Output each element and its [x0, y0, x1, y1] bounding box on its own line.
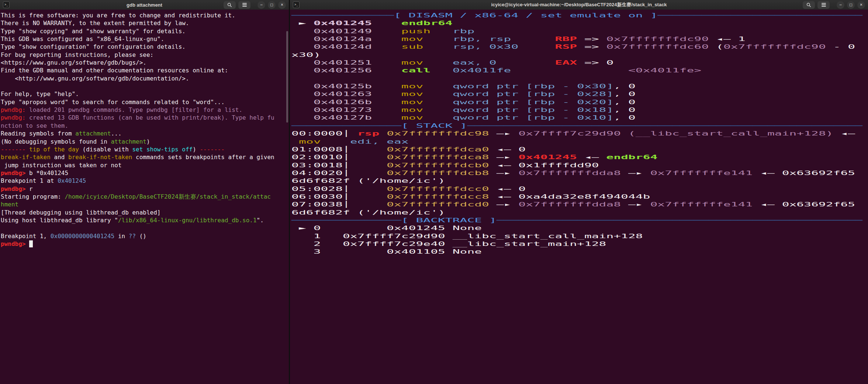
gdb-terminal[interactable]: This is free software: you are free to c… — [0, 10, 289, 384]
text-segment: 03:0018 — [291, 162, 343, 169]
text-segment: ◂— — [833, 130, 855, 137]
text-segment: 1 — [291, 233, 343, 240]
terminal-line: pwndbg> b *0x401245 — [1, 169, 289, 177]
minimize-button[interactable]: − — [837, 1, 844, 9]
minimize-button[interactable]: − — [257, 1, 265, 9]
text-segment: <0x4011fe> — [628, 67, 701, 74]
text-segment: │ — [343, 154, 387, 161]
terminal-line: 04:0020│ 0x7fffffffdcb8 —▸ 0x7fffffffdda… — [291, 169, 868, 177]
text-segment: ( — [709, 43, 723, 50]
text-segment: —▸ — [621, 201, 650, 208]
search-button[interactable] — [224, 1, 236, 9]
terminal-line: 0x401256 call 0x4011fe <0x4011fe> — [291, 67, 868, 75]
text-segment: 0x401245 — [387, 224, 445, 232]
text-segment: mov — [401, 35, 423, 42]
text-segment: Starting program: — [1, 193, 65, 200]
text-segment: mov — [401, 90, 423, 97]
text-segment — [372, 99, 401, 106]
text-segment: [Thread debugging using libthread_db ena… — [1, 209, 160, 216]
text-segment: call — [401, 67, 430, 74]
terminal-line: ───────────────[ STACK ]────────────────… — [291, 122, 868, 130]
text-segment: pwndbg: — [1, 114, 29, 121]
text-segment: │ — [343, 201, 387, 208]
text-segment: 0x7fffffffdca0 — [387, 146, 489, 153]
close-button[interactable]: × — [857, 1, 865, 9]
text-segment: eax, 0 — [453, 59, 497, 66]
text-segment: Type "show configuration" for configurat… — [1, 43, 186, 50]
text-segment: qword ptr [rbp - 0x20] — [453, 99, 614, 106]
search-button[interactable] — [803, 1, 815, 9]
menu-button[interactable] — [817, 1, 830, 9]
text-segment: mov — [401, 99, 423, 106]
terminal-line: 06:0030│ 0x7fffffffdcc8 ◂— 0xa4da32e8f49… — [291, 193, 868, 201]
text-segment: commands sets breakpoints after a given — [132, 154, 274, 161]
maximize-button[interactable]: □ — [847, 1, 855, 9]
terminal-line: jump instruction was taken or not — [1, 162, 289, 169]
terminal-line: 0x401251 mov eax, 0 EAX => 0 — [291, 59, 868, 67]
menu-button[interactable] — [238, 1, 250, 9]
terminal-line: mov edi, eax — [291, 138, 868, 146]
text-segment — [372, 59, 401, 66]
gdb-window: >_ gdb attachment − □ × This is free sof… — [0, 0, 289, 384]
terminal-line: For bug reporting instructions, please s… — [1, 51, 289, 59]
text-segment: mov — [401, 106, 423, 113]
text-segment: created 13 GDB functions (can be used wi… — [29, 114, 274, 121]
text-segment: —▸ — [621, 169, 650, 176]
terminal-app-icon-glyph: >_ — [4, 3, 8, 6]
text-segment: 0x7fffffffdcb8 — [387, 169, 489, 176]
gdb-titlebar[interactable]: >_ gdb attachment − □ × — [0, 0, 289, 10]
text-segment: ◂— 1 — [709, 35, 745, 42]
text-segment: ) — [146, 138, 150, 145]
maximize-button[interactable]: □ — [268, 1, 276, 9]
text-segment: 0x401263 — [314, 90, 372, 97]
text-segment: jump instruction was taken or not — [1, 162, 122, 169]
text-segment — [423, 59, 452, 66]
terminal-line: x30) — [291, 51, 868, 59]
text-segment: Using host libthread_db library " — [1, 217, 118, 224]
close-button[interactable]: × — [278, 1, 286, 9]
text-segment: 05:0028 — [291, 185, 343, 192]
text-segment: qword ptr [rbp - 0x28] — [453, 90, 614, 97]
text-segment — [423, 114, 452, 121]
scrollbar-thumb[interactable] — [286, 31, 288, 123]
text-segment: attachment — [75, 130, 111, 137]
text-segment: tip of the day — [29, 146, 79, 153]
text-segment — [372, 83, 401, 90]
text-segment: 0x40126b — [314, 99, 372, 106]
text-segment: pwndbg [filter] — [146, 106, 200, 113]
text-segment — [372, 114, 401, 121]
terminal-line: 1 0x7ffff7c29d90 __libc_start_call_main+… — [291, 233, 868, 240]
text-segment: 3 — [291, 248, 387, 255]
text-segment: <http://www.gnu.org/software/gdb/documen… — [1, 75, 189, 82]
text-segment: 0x40124a — [314, 35, 372, 42]
text-segment: Breakpoint 1 at — [1, 177, 58, 184]
text-segment: [ DISASM / x86-64 / set emulate on ] — [394, 12, 657, 19]
text-segment: 0x7fffffffdc90 — [606, 35, 709, 42]
text-segment: 0x401245 — [314, 20, 372, 27]
search-icon — [806, 3, 811, 7]
text-segment: 0x401251 — [314, 59, 372, 66]
context-terminal[interactable]: ──────────────[ DISASM / x86-64 / set em… — [290, 10, 868, 384]
text-segment — [511, 35, 555, 42]
text-segment: ────────────── — [291, 12, 394, 19]
text-segment: —▸ — [489, 169, 518, 176]
text-segment: ──────────────────────────── — [657, 12, 862, 19]
terminal-line: 6d6f682f ('/home/ic') — [291, 209, 868, 217]
text-segment: sub — [401, 43, 423, 50]
context-titlebar[interactable]: >_ icyice@icyice-virtual-machine:~/Deskt… — [290, 0, 868, 10]
text-segment: ─────────────── — [291, 122, 401, 129]
titlebar-controls: − □ × — [803, 0, 865, 10]
terminal-line: 0x401263 mov qword ptr [rbp - 0x28], 0 — [291, 90, 868, 98]
text-segment: (__libc_start_call_main+128) — [628, 130, 833, 137]
terminal-line: Using host libthread_db library "/lib/x8… — [1, 217, 289, 224]
terminal-line: break-if-taken and break-if-not-taken co… — [1, 154, 289, 161]
terminal-line: 02:0010│ 0x7fffffffdca8 —▸ 0x401245 ◂— e… — [291, 154, 868, 161]
text-segment: __libc_start_main+128 — [445, 240, 606, 247]
text-segment: [ STACK ] — [401, 122, 467, 129]
terminal-line: <https://www.gnu.org/software/gdb/bugs/>… — [1, 59, 289, 67]
terminal-line: 0x401273 mov qword ptr [rbp - 0x18], 0 — [291, 106, 868, 114]
text-segment: 0x4011fe — [453, 67, 511, 74]
text-segment: ... — [111, 130, 122, 137]
text-segment: │ — [343, 162, 387, 169]
terminal-line — [1, 83, 289, 90]
